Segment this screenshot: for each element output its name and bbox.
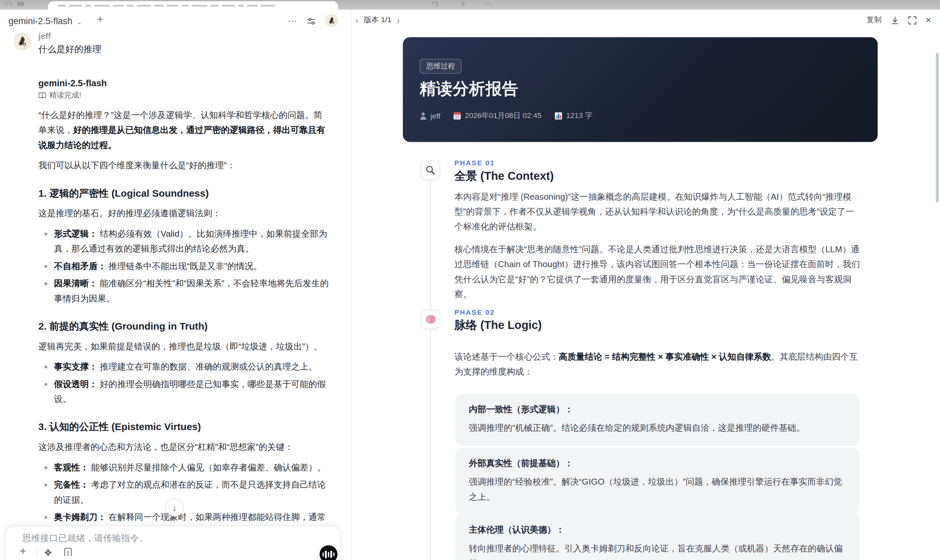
list-item: 假设透明： 好的推理会明确指明哪些是已知事实，哪些是基于可能的假设。 xyxy=(39,377,331,407)
bar-chart-icon xyxy=(555,112,562,120)
svg-text:17: 17 xyxy=(455,115,459,119)
user-avatar[interactable] xyxy=(15,32,31,50)
section-2-title: 2. 前提的真实性 (Grounding in Truth) xyxy=(39,318,331,334)
composer-placeholder: 思维接口已就绪，请传输指令。 xyxy=(22,532,148,544)
book-icon xyxy=(39,92,46,99)
arrow-down-icon: ↓ xyxy=(172,503,177,513)
calendar-icon: 17 xyxy=(453,112,461,120)
section-1-desc: 这是推理的基石。好的推理必须遵循逻辑法则： xyxy=(39,206,331,221)
tab-title-fragment xyxy=(57,2,278,7)
assistant-name: gemini-2.5-flash xyxy=(39,78,332,88)
logic-card-3: 主体伦理（认识美德）： 转向推理者的心理特征。引入奥卡姆剃刀和反向论证，旨在克服… xyxy=(456,514,859,560)
meta-author: jeff xyxy=(420,112,440,120)
user-name: jeff xyxy=(39,31,332,41)
section-3-list: 客观性： 能够识别并尽量排除个人偏见（如幸存者偏差、确认偏差）。 完备性： 考虑… xyxy=(39,460,331,525)
logic-card-2: 外部真实性（前提基础）： 强调推理的“经验校准”。解决“GIGO（垃圾进，垃圾出… xyxy=(456,448,859,515)
brain-icon xyxy=(425,315,436,324)
add-icon[interactable]: + xyxy=(20,545,26,558)
list-item: 因果清晰： 能准确区分“相关性”和“因果关系”，不会轻率地将先后发生的事情归为因… xyxy=(39,276,331,306)
intro-paragraph: “什么是好的推理？”这是一个涉及逻辑学、认知科学和哲学核心的问题。简单来说，好的… xyxy=(39,108,331,153)
reload-icon[interactable]: ◯ xyxy=(5,1,12,6)
user-message: jeff 什么是好的推理 xyxy=(15,31,333,55)
logic-card-1-title: 内部一致性（形式逻辑）： xyxy=(468,404,846,415)
list-item: 客观性： 能够识别并尽量排除个人偏见（如幸存者偏差、确认偏差）。 xyxy=(39,460,331,475)
browser-chrome: ◯ 88 ❐ ⇧ ◠ xyxy=(0,0,940,9)
user-message-text: 什么是好的推理 xyxy=(39,44,332,55)
right-panel-actions: 复制 ✕ xyxy=(866,15,932,25)
section-1-title: 1. 逻辑的严密性 (Logical Soundness) xyxy=(39,186,331,201)
prev-version-button[interactable]: ‹ xyxy=(356,15,359,25)
more-button[interactable]: ⋯ xyxy=(288,15,297,26)
voice-input-button[interactable] xyxy=(319,545,337,560)
list-item: 形式逻辑： 结构必须有效（Valid）。比如演绎推理中，如果前提全部为真，那么通… xyxy=(39,226,331,257)
gemini-logo-icon xyxy=(15,78,30,94)
profile-icon[interactable]: ◠ xyxy=(485,2,491,7)
version-nav: ‹ 版本 1/1 › xyxy=(356,15,400,25)
thinking-process-badge: 思维过程 xyxy=(420,59,462,74)
model-name: gemini-2.5-flash xyxy=(8,15,72,26)
right-panel-scrollbar[interactable] xyxy=(936,53,938,203)
phase2-intro: 该论述基于一个核心公式：高质量结论 = 结构完整性 × 事实准确性 × 认知自律… xyxy=(455,349,861,380)
section-3-desc: 这涉及推理者的心态和方法论，也是区分“杠精”和“思想家”的关键： xyxy=(39,440,331,455)
logic-card-3-text: 转向推理者的心理特征。引入奥卡姆剃刀和反向论证，旨在克服人类（或机器）天然存在的… xyxy=(468,541,846,560)
assistant-message: gemini-2.5-flash 精读完成! “什么是好的推理？”这是一个涉及逻… xyxy=(15,78,333,525)
download-icon[interactable] xyxy=(891,16,898,24)
list-item: 奥卡姆剃刀： 在解释同一个现象时，如果两种推理都能站得住脚，通常倾向于最简单、假… xyxy=(39,510,331,525)
conversation-thread: jeff 什么是好的推理 gemini-2.5-flash 精读完成! “什么是… xyxy=(15,31,333,525)
sparkle-tools-icon[interactable]: ❖ xyxy=(44,547,52,558)
logic-card-2-text: 强调推理的“经验校准”。解决“GIGO（垃圾进，垃圾出）”问题，确保推理引擎运行… xyxy=(468,475,846,505)
magnifier-icon xyxy=(426,165,435,175)
assistant-body: “什么是好的推理？”这是一个涉及逻辑学、认知科学和哲学核心的问题。简单来说，好的… xyxy=(39,108,331,525)
report-title: 精读分析报告 xyxy=(420,78,519,100)
tune-icon[interactable] xyxy=(307,17,316,26)
new-chat-button[interactable]: + xyxy=(97,14,103,26)
columns-icon[interactable]: ❐ xyxy=(431,2,438,7)
avatar[interactable] xyxy=(325,14,338,27)
panel-divider xyxy=(351,9,352,560)
list-item: 不自相矛盾： 推理链条中不能出现“既是又非”的情况。 xyxy=(39,259,331,274)
phase1-node xyxy=(421,161,440,180)
section-1-list: 形式逻辑： 结构必须有效（Valid）。比如演绎推理中，如果前提全部为真，那么通… xyxy=(39,226,331,306)
phase2-label: PHASE 02 xyxy=(455,308,495,316)
assistant-status-text: 精读完成! xyxy=(49,91,82,101)
phase1-label: PHASE 01 xyxy=(455,159,495,167)
right-panel-toolbar: ‹ 版本 1/1 › 复制 ✕ xyxy=(352,9,940,34)
logic-card-1-text: 强调推理的“机械正确”。结论必须在给定的规则系统内逻辑自洽，这是推理的硬件基础。 xyxy=(468,420,846,435)
browser-tab[interactable] xyxy=(48,2,338,9)
meta-date: 17 2026年01月08日 02:45 xyxy=(453,111,541,121)
report-hero: 思维过程 精读分析报告 jeff 17 2026年01月08日 02:45 12… xyxy=(403,37,878,142)
bookmark-icon[interactable] xyxy=(64,548,72,556)
assistant-status: 精读完成! xyxy=(39,91,332,101)
phase2-title: 脉络 (The Logic) xyxy=(455,318,542,333)
list-item: 事实支撑： 推理建立在可靠的数据、准确的观测或公认的真理之上。 xyxy=(39,360,331,375)
phase2-node xyxy=(421,310,440,329)
lead-paragraph: 我们可以从以下四个维度来衡量什么是“好的推理”： xyxy=(39,158,331,173)
section-3-title: 3. 认知的公正性 (Epistemic Virtues) xyxy=(39,420,331,434)
report-meta: jeff 17 2026年01月08日 02:45 1213 字 xyxy=(420,111,592,121)
scroll-to-bottom-button[interactable]: ↓ xyxy=(165,498,183,516)
model-selector[interactable]: gemini-2.5-flash⌄ xyxy=(8,15,82,26)
composer[interactable]: 思维接口已就绪，请传输指令。 + ❖ xyxy=(5,526,341,560)
share-icon[interactable]: ⇧ xyxy=(461,2,466,7)
screen: ◯ 88 ❐ ⇧ ◠ gemini-2.5-flash⌄ + ⋯ jeff 什么… xyxy=(0,0,940,560)
section-2-list: 事实支撑： 推理建立在可靠的数据、准确的观测或公认的真理之上。 假设透明： 好的… xyxy=(39,360,331,407)
list-item: 完备性： 考虑了对立的观点和潜在的反证，而不是只选择支持自己结论的证据。 xyxy=(39,478,331,508)
chevron-down-icon: ⌄ xyxy=(76,18,82,25)
phase1-paragraph-2: 核心情境在于解决“思考的随意性”问题。不论是人类通过批判性思维进行决策，还是大语… xyxy=(455,242,861,302)
logic-card-3-title: 主体伦理（认识美德）： xyxy=(468,524,846,535)
close-icon[interactable]: ✕ xyxy=(925,15,932,25)
phase-timeline xyxy=(430,180,431,560)
next-version-button[interactable]: › xyxy=(397,15,400,25)
logic-card-1: 内部一致性（形式逻辑）： 强调推理的“机械正确”。结论必须在给定的规则系统内逻辑… xyxy=(456,394,859,446)
copy-button[interactable]: 复制 xyxy=(866,15,881,25)
phase1-paragraph-1: 本内容是对“推理 (Reasoning)”这一抽象概念的高层建模。在知识爆炸与人… xyxy=(455,189,861,234)
person-icon xyxy=(420,112,427,120)
left-panel-header: gemini-2.5-flash⌄ + ⋯ xyxy=(0,9,351,34)
section-2-desc: 逻辑再完美，如果前提是错误的，推理也是垃圾（即“垃圾进，垃圾出”）。 xyxy=(39,339,331,354)
phase1-title: 全景 (The Context) xyxy=(455,168,554,184)
tab-counter[interactable]: 88 xyxy=(17,1,24,6)
version-label: 版本 1/1 xyxy=(364,15,391,25)
fullscreen-icon[interactable] xyxy=(908,16,916,24)
meta-word-count: 1213 字 xyxy=(555,111,592,121)
logic-card-2-title: 外部真实性（前提基础）： xyxy=(468,458,846,469)
